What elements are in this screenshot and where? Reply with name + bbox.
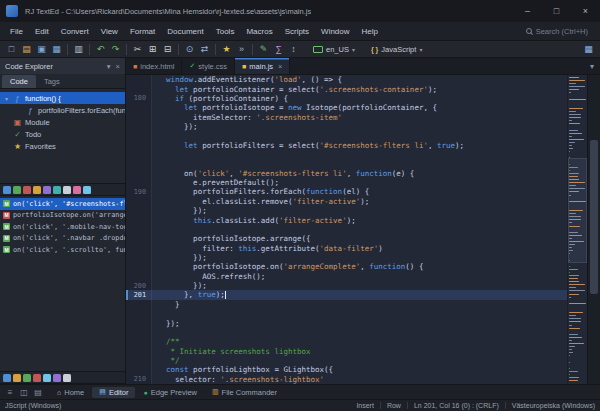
line-number[interactable] xyxy=(126,243,152,252)
line-number[interactable] xyxy=(126,356,152,365)
menu-help[interactable]: Help xyxy=(356,24,384,39)
syntax-select[interactable]: { } JavaScript ▾ xyxy=(367,44,426,55)
save-icon[interactable]: ▣ xyxy=(34,42,49,57)
function-list-item[interactable]: Mon('click', '.mobile-nav-toggle', funct… xyxy=(0,221,125,233)
keyboard-layout-select[interactable]: en_US ▾ xyxy=(309,44,359,55)
code-line[interactable]: 200 }); xyxy=(126,281,567,290)
view-tab-file-commander[interactable]: ▥File Commander xyxy=(205,387,284,398)
line-number[interactable]: 200 xyxy=(126,281,152,290)
line-number[interactable] xyxy=(126,300,152,309)
code-line[interactable]: 180 if (portfolioContainer) { xyxy=(126,94,567,103)
editor-tab-style.css[interactable]: ✓style.css xyxy=(182,58,235,74)
line-number[interactable] xyxy=(126,365,152,374)
function-list-item[interactable]: MportfolioIsotope.on('arrangeComplete', … xyxy=(0,210,125,222)
status-position[interactable]: Ln 201, Col 16 (0) : (CRLF) xyxy=(414,402,499,409)
menu-scripts[interactable]: Scripts xyxy=(279,24,315,39)
line-number[interactable] xyxy=(126,272,152,281)
panel-tab-icon[interactable] xyxy=(33,374,41,382)
print-icon[interactable]: ▥ xyxy=(71,42,86,57)
code-line[interactable]: e.preventDefault(); xyxy=(126,178,567,187)
code-line[interactable]: let portfolioContainer = select('.screen… xyxy=(126,84,567,93)
code-line[interactable]: }); xyxy=(126,253,567,262)
close-button[interactable]: × xyxy=(571,0,600,22)
view-tab-edge-preview[interactable]: ●Edge Preview xyxy=(136,387,204,398)
redo-icon[interactable]: ↷ xyxy=(108,42,123,57)
open-folder-icon[interactable]: ▤ xyxy=(19,42,34,57)
sidebar-tab-code[interactable]: Code xyxy=(2,75,36,88)
tab-list-button[interactable]: ▾ xyxy=(584,58,600,74)
line-number[interactable] xyxy=(126,178,152,187)
code-line[interactable] xyxy=(126,328,567,337)
code-line[interactable]: window.addEventListener('load', () => { xyxy=(126,75,567,84)
line-number[interactable] xyxy=(126,159,152,168)
panel-tab-icon[interactable] xyxy=(3,186,11,194)
line-number[interactable] xyxy=(126,141,152,150)
tree-item[interactable]: ✓Todo xyxy=(0,128,125,140)
line-number[interactable] xyxy=(126,234,152,243)
view-tab-editor[interactable]: ▤Editor xyxy=(92,387,135,398)
panel-tab-icon[interactable] xyxy=(23,186,31,194)
function-list-item[interactable]: Mon('click', '#screenshots-flters li', f… xyxy=(0,198,125,210)
status-encoding[interactable]: Västeuropeiska (Windows) xyxy=(512,402,595,409)
line-number[interactable] xyxy=(126,197,152,206)
line-number[interactable] xyxy=(126,103,152,112)
sidebar-tab-tags[interactable]: Tags xyxy=(36,75,68,88)
minimize-button[interactable]: – xyxy=(513,0,542,22)
panel-tab-icon[interactable] xyxy=(43,186,51,194)
menu-macros[interactable]: Macros xyxy=(240,24,278,39)
line-number[interactable] xyxy=(126,206,152,215)
code-line[interactable]: const portfolioLightbox = GLightbox({ xyxy=(126,365,567,374)
panel-tab-icon[interactable] xyxy=(73,186,81,194)
editor-tab-index.html[interactable]: ■index.html xyxy=(126,58,182,74)
cut-icon[interactable]: ✂ xyxy=(130,42,145,57)
code-line[interactable]: let portfolioIsotope = new Isotope(portf… xyxy=(126,103,567,112)
code-line[interactable]: portfolioIsotope.on('arrangeComplete', f… xyxy=(126,262,567,271)
scrollbar-thumb[interactable] xyxy=(590,140,598,295)
line-number[interactable] xyxy=(126,253,152,262)
panel-tab-icon[interactable] xyxy=(43,374,51,382)
code-line[interactable]: on('click', '#screenshots-flters li', fu… xyxy=(126,169,567,178)
code-line[interactable]: AOS.refresh(); xyxy=(126,272,567,281)
menu-file[interactable]: File xyxy=(4,24,29,39)
view-tab-home[interactable]: ⌂Home xyxy=(50,387,91,398)
bookmark-icon[interactable]: ★ xyxy=(219,42,234,57)
code-line[interactable] xyxy=(126,225,567,234)
code-line[interactable]: 190 portfolioFilters.forEach(function(el… xyxy=(126,187,567,196)
search-box[interactable]: Search (Ctrl+H) xyxy=(526,27,596,36)
goto-line-icon[interactable]: » xyxy=(234,42,249,57)
layout-icon[interactable]: ▦ xyxy=(581,42,596,57)
save-all-icon[interactable]: ▦ xyxy=(49,42,64,57)
document-list-icon[interactable]: ▤ xyxy=(31,386,45,399)
line-number[interactable] xyxy=(126,150,152,159)
code-editor[interactable]: window.addEventListener('load', () => { … xyxy=(126,75,600,384)
panel-tab-icon[interactable] xyxy=(23,374,31,382)
code-line[interactable]: */ xyxy=(126,356,567,365)
panel-tab-icon[interactable] xyxy=(53,186,61,194)
line-number[interactable]: 180 xyxy=(126,94,152,103)
code-line[interactable] xyxy=(126,131,567,140)
new-file-icon[interactable]: □ xyxy=(4,42,19,57)
vertical-scrollbar[interactable] xyxy=(587,75,600,384)
menu-window[interactable]: Window xyxy=(315,24,355,39)
panel-tab-icon[interactable] xyxy=(53,374,61,382)
menu-tools[interactable]: Tools xyxy=(210,24,241,39)
menu-icon[interactable]: ≡ xyxy=(3,386,17,399)
code-line[interactable]: }); xyxy=(126,318,567,327)
line-number[interactable]: 190 xyxy=(126,187,152,196)
code-line[interactable]: 201 }, true); xyxy=(126,290,567,299)
menu-format[interactable]: Format xyxy=(124,24,161,39)
function-list-item[interactable]: Mon('click', '.navbar .dropdown > a', fu… xyxy=(0,233,125,245)
paste-icon[interactable]: ⊟ xyxy=(160,42,175,57)
code-line[interactable]: filter: this.getAttribute('data-filter') xyxy=(126,243,567,252)
line-number[interactable] xyxy=(126,346,152,355)
tree-item[interactable]: ƒportfolioFilters.forEach(function(el) xyxy=(0,104,125,116)
tree-item[interactable]: ★Favorites xyxy=(0,140,125,152)
line-number[interactable]: 201 xyxy=(126,290,152,299)
status-row-mode[interactable]: Row xyxy=(387,402,401,409)
function-list-item[interactable]: Mon('click', '.scrollto', function(e) { xyxy=(0,244,125,256)
line-number[interactable] xyxy=(126,225,152,234)
code-line[interactable]: }); xyxy=(126,122,567,131)
code-line[interactable]: itemSelector: '.screenshots-item' xyxy=(126,112,567,121)
status-syntax[interactable]: JScript (Windows) xyxy=(5,402,61,409)
line-number[interactable] xyxy=(126,328,152,337)
